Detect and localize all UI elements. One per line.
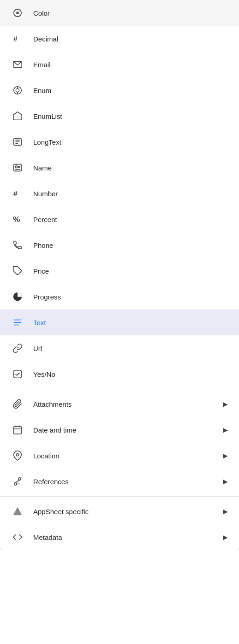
menu-item-url[interactable]: Url — [0, 335, 239, 361]
datetime-arrow: ▶ — [223, 426, 228, 433]
enum-label: Enum — [33, 87, 228, 94]
metadata-icon — [11, 531, 24, 544]
email-label: Email — [33, 61, 228, 69]
attachments-label: Attachments — [33, 400, 223, 408]
price-icon — [11, 264, 24, 277]
menu-item-text[interactable]: Text — [0, 310, 239, 335]
svg-point-5 — [16, 88, 19, 92]
svg-marker-8 — [13, 112, 22, 120]
name-icon — [11, 161, 24, 174]
menu-item-longtext[interactable]: LongText — [0, 129, 239, 155]
number-label: Number — [33, 190, 228, 198]
menu-item-decimal[interactable]: # Decimal — [0, 26, 239, 52]
menu-item-enumlist[interactable]: EnumList — [0, 103, 239, 129]
attachments-icon — [11, 398, 24, 410]
progress-label: Progress — [33, 293, 228, 301]
color-label: Color — [33, 9, 228, 17]
location-label: Location — [33, 452, 223, 460]
menu-item-number[interactable]: # Number — [0, 181, 239, 206]
color-icon — [11, 6, 24, 19]
name-label: Name — [33, 164, 228, 172]
menu-item-datetime[interactable]: Date and time ▶ — [0, 417, 239, 443]
svg-point-32 — [18, 478, 21, 480]
url-icon — [11, 342, 24, 355]
phone-icon — [11, 239, 24, 252]
progress-icon — [11, 290, 24, 303]
location-arrow: ▶ — [223, 452, 228, 459]
svg-text:#: # — [13, 35, 18, 43]
enumlist-label: EnumList — [33, 112, 228, 120]
percent-icon: % — [11, 213, 24, 226]
svg-rect-25 — [14, 370, 22, 378]
menu-item-price[interactable]: Price — [0, 258, 239, 284]
location-icon — [11, 449, 24, 462]
divider-1 — [0, 389, 239, 389]
svg-rect-13 — [14, 164, 22, 171]
menu-container: Color # Decimal Email En — [0, 0, 239, 550]
menu-item-progress[interactable]: Progress — [0, 284, 239, 310]
menu-item-references[interactable]: References ▶ — [0, 468, 239, 494]
metadata-label: Metadata — [33, 533, 223, 541]
menu-item-appsheet[interactable]: AppSheet specific ▶ — [0, 498, 239, 524]
menu-item-location[interactable]: Location ▶ — [0, 443, 239, 468]
percent-label: Percent — [33, 216, 228, 223]
divider-2 — [0, 496, 239, 497]
svg-text:#: # — [13, 189, 18, 198]
menu-item-yesno[interactable]: Yes/No — [0, 361, 239, 387]
longtext-label: LongText — [33, 138, 228, 146]
enum-icon — [11, 84, 24, 97]
svg-point-31 — [14, 483, 17, 486]
longtext-icon — [11, 135, 24, 148]
yesno-icon — [11, 368, 24, 381]
menu-item-attachments[interactable]: Attachments ▶ — [0, 391, 239, 417]
menu-item-percent[interactable]: % Percent — [0, 206, 239, 232]
menu-item-name[interactable]: Name — [0, 155, 239, 181]
appsheet-icon — [11, 505, 24, 518]
datetime-label: Date and time — [33, 426, 223, 434]
svg-text:%: % — [13, 215, 20, 224]
svg-point-14 — [15, 166, 18, 168]
svg-rect-26 — [14, 427, 22, 434]
text-label: Text — [33, 319, 228, 327]
menu-item-phone[interactable]: Phone — [0, 232, 239, 258]
price-label: Price — [33, 267, 228, 275]
url-label: Url — [33, 345, 228, 352]
attachments-arrow: ▶ — [223, 400, 228, 408]
text-icon — [11, 316, 24, 329]
appsheet-arrow: ▶ — [223, 508, 228, 515]
enumlist-icon — [11, 110, 24, 123]
menu-item-email[interactable]: Email — [0, 52, 239, 77]
metadata-arrow: ▶ — [223, 533, 228, 541]
svg-line-33 — [15, 480, 19, 483]
menu-item-enum[interactable]: Enum — [0, 77, 239, 103]
datetime-icon — [11, 423, 24, 436]
menu-item-color[interactable]: Color — [0, 0, 239, 26]
decimal-icon: # — [11, 32, 24, 45]
yesno-label: Yes/No — [33, 370, 228, 378]
number-icon: # — [11, 187, 24, 200]
menu-item-metadata[interactable]: Metadata ▶ — [0, 524, 239, 550]
decimal-label: Decimal — [33, 35, 228, 43]
svg-point-1 — [16, 12, 19, 14]
appsheet-label: AppSheet specific — [33, 508, 223, 515]
references-arrow: ▶ — [223, 478, 228, 485]
phone-label: Phone — [33, 241, 228, 249]
svg-point-30 — [16, 453, 19, 456]
references-label: References — [33, 478, 223, 486]
email-icon — [11, 58, 24, 71]
references-icon — [11, 475, 24, 488]
